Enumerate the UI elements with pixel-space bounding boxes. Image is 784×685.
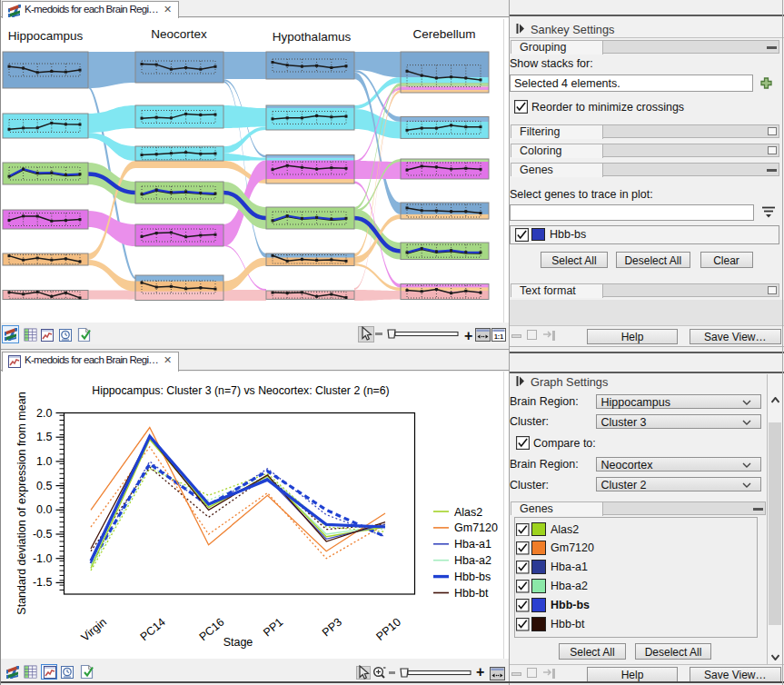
- svg-text:PP3: PP3: [320, 616, 344, 640]
- svg-text:1:1: 1:1: [494, 333, 503, 340]
- svg-text:Stage: Stage: [223, 636, 253, 649]
- svg-text:Hba-a2: Hba-a2: [454, 554, 491, 567]
- svg-text:Standard deviation of expressi: Standard deviation of expression from me…: [15, 392, 28, 614]
- svg-text:-1.0: -1.0: [33, 552, 53, 565]
- svg-text:Gm7120: Gm7120: [454, 521, 498, 534]
- svg-text:Alas2: Alas2: [454, 506, 482, 519]
- svg-text:Hippocampus: Cluster 3 (n=7) v: Hippocampus: Cluster 3 (n=7) vs Neocorte…: [92, 384, 389, 397]
- svg-text:PC16: PC16: [197, 616, 227, 644]
- svg-text:PP1: PP1: [261, 616, 285, 640]
- svg-text:1.5: 1.5: [36, 431, 52, 443]
- svg-text:PC14: PC14: [138, 616, 168, 644]
- svg-text:Virgin: Virgin: [79, 616, 109, 644]
- svg-text:2.0: 2.0: [36, 407, 52, 420]
- svg-text:Hbb-bs: Hbb-bs: [454, 571, 491, 583]
- svg-text:PP10: PP10: [373, 616, 402, 643]
- svg-text:0.5: 0.5: [36, 480, 52, 492]
- svg-text:-1.5: -1.5: [33, 576, 53, 589]
- svg-text:0.0: 0.0: [36, 503, 52, 516]
- svg-text:Hba-a1: Hba-a1: [454, 538, 491, 551]
- svg-text:-0.5: -0.5: [33, 528, 53, 541]
- svg-text:1.0: 1.0: [36, 455, 52, 468]
- svg-text:Hbb-bt: Hbb-bt: [454, 587, 489, 600]
